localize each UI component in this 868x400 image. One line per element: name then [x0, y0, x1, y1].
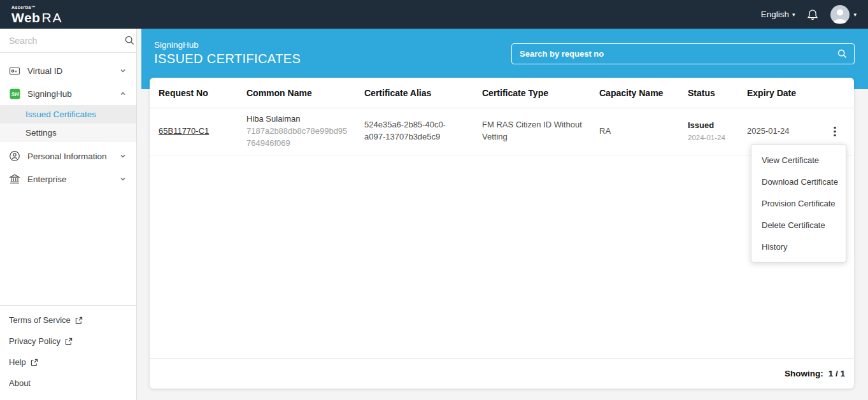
certificate-alias-value: 524e35a6-2b85-40c0-a097-13707b3de5c9: [355, 114, 473, 148]
sidebar-search: [0, 29, 136, 53]
showing-value: 1 / 1: [829, 369, 845, 378]
help-link[interactable]: Help: [0, 352, 136, 373]
expiry-date-value: 2025-01-24: [738, 120, 816, 143]
about-link[interactable]: About: [0, 373, 136, 394]
sidebar-subitem-label: Issued Certificates: [25, 110, 96, 119]
request-search: [511, 43, 855, 64]
menu-item-view-certificate[interactable]: View Certificate: [751, 149, 846, 171]
common-name-hash: 7187a2b88db8c78e99bd95764946f069: [246, 125, 349, 150]
link-label: Help: [9, 357, 26, 367]
common-name-value: Hiba Sulaiman: [246, 113, 349, 125]
menu-item-download-certificate[interactable]: Download Certificate: [751, 171, 846, 192]
chevron-up-icon: [118, 89, 127, 98]
chevron-down-icon: [118, 66, 127, 75]
external-link-icon: [65, 338, 73, 345]
table-row: 65B11770-C1 Hiba Sulaiman 7187a2b88db8c7…: [150, 108, 854, 155]
sidebar-item-virtual-id[interactable]: Virtual ID: [0, 59, 136, 82]
brand-webra-label: WebRA: [11, 10, 63, 25]
request-search-input[interactable]: [520, 49, 837, 59]
column-header-common-name: Common Name: [238, 78, 355, 108]
person-icon: [9, 150, 20, 162]
sidebar-item-label: Enterprise: [27, 175, 118, 184]
main-content: SigningHub ISSUED CERTIFICATES Request N…: [138, 29, 868, 400]
user-menu[interactable]: ▾: [830, 5, 857, 24]
page-title: ISSUED CERTIFICATES: [154, 52, 301, 66]
column-header-certificate-alias: Certificate Alias: [355, 78, 473, 108]
link-label: About: [9, 378, 31, 388]
column-header-request-no: Request No: [150, 78, 238, 108]
top-navbar: Ascertia™ WebRA English ▾ ▾: [0, 0, 868, 29]
issued-certificates-card: Request No Common Name Certificate Alias…: [150, 78, 854, 389]
chevron-down-icon: [118, 152, 127, 161]
showing-label: Showing:: [785, 369, 823, 378]
sidebar-item-label: Personal Information: [27, 152, 118, 161]
sidebar-item-issued-certificates[interactable]: Issued Certificates: [0, 105, 136, 124]
column-header-status: Status: [679, 78, 738, 108]
notifications-bell-icon[interactable]: [806, 8, 819, 21]
request-no-link[interactable]: 65B11770-C1: [159, 126, 209, 136]
table-empty-area: [150, 155, 854, 358]
sidebar-item-label: SigningHub: [27, 89, 118, 99]
row-actions-menu: View Certificate Download Certificate Pr…: [751, 144, 846, 262]
sidebar-search-input[interactable]: [9, 36, 124, 46]
table-header-row: Request No Common Name Certificate Alias…: [150, 78, 854, 108]
id-card-icon: [9, 65, 20, 76]
search-icon[interactable]: [837, 48, 848, 59]
bank-icon: [9, 173, 20, 185]
certificate-type-value: FM RAS Citizen ID Without Vetting: [473, 114, 590, 148]
column-header-capacity-name: Capacity Name: [590, 78, 679, 108]
row-actions-kebab-icon[interactable]: [826, 122, 844, 140]
status-badge: Issued: [688, 120, 732, 132]
breadcrumb: SigningHub: [154, 40, 301, 50]
sidebar-item-enterprise[interactable]: Enterprise: [0, 168, 136, 190]
language-label: English: [761, 10, 789, 19]
external-link-icon: [75, 317, 83, 324]
chevron-down-icon: [118, 175, 127, 183]
sidebar-footer: Terms of Service Privacy Policy Help: [0, 305, 136, 400]
sidebar-item-label: Virtual ID: [27, 66, 118, 76]
sidebar-item-signinghub[interactable]: SH SigningHub: [0, 82, 136, 105]
signinghub-icon: SH: [9, 89, 20, 99]
link-label: Privacy Policy: [9, 336, 60, 346]
column-header-certificate-type: Certificate Type: [473, 78, 590, 108]
chevron-down-icon: ▾: [853, 11, 857, 18]
search-icon: [124, 35, 135, 46]
chevron-down-icon: ▾: [792, 11, 795, 18]
sidebar-item-personal-information[interactable]: Personal Information: [0, 145, 136, 168]
sidebar: Virtual ID SH SigningHub Issued Certific…: [0, 29, 137, 400]
status-date: 2024-01-24: [688, 132, 732, 143]
external-link-icon: [31, 359, 38, 366]
menu-item-history[interactable]: History: [751, 236, 846, 257]
table-footer: Showing: 1 / 1: [150, 358, 854, 389]
sidebar-subitem-label: Settings: [25, 128, 57, 138]
link-label: Terms of Service: [9, 315, 71, 325]
svg-text:SH: SH: [11, 90, 19, 97]
menu-item-provision-certificate[interactable]: Provision Certificate: [751, 192, 846, 214]
capacity-name-value: RA: [590, 120, 679, 143]
privacy-policy-link[interactable]: Privacy Policy: [0, 331, 136, 352]
brand-logo: Ascertia™ WebRA: [11, 5, 63, 24]
avatar: [830, 5, 850, 24]
brand-ascertia-label: Ascertia™: [11, 5, 63, 10]
language-selector[interactable]: English ▾: [761, 10, 795, 19]
menu-item-delete-certificate[interactable]: Delete Certificate: [751, 214, 846, 236]
terms-of-service-link[interactable]: Terms of Service: [0, 310, 136, 331]
sidebar-item-settings[interactable]: Settings: [0, 124, 136, 142]
column-header-expiry-date: Expiry Date: [738, 78, 816, 108]
